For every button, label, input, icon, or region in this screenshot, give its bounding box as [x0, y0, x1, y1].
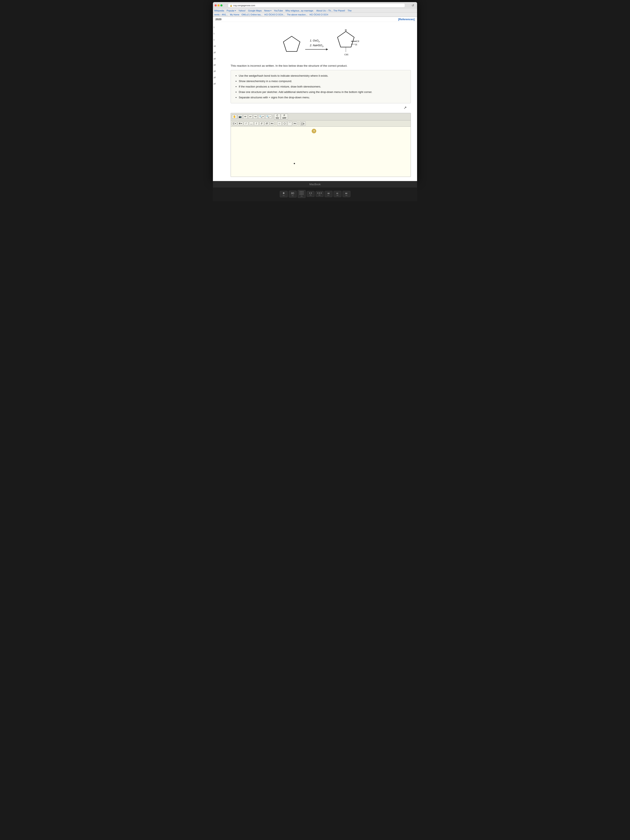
sketcher-area: ✋ 📷 ✏ ↩ ↪ 🔍+ 🔍− Copy Paate C ⊕: [231, 113, 411, 177]
maximize-dot[interactable]: [220, 5, 223, 6]
key-f5[interactable]: ✦✦ F5: [307, 191, 314, 197]
bookmark-hci1[interactable]: HCI ÖCH3 Cl OCH...: [264, 13, 285, 16]
minimize-dot[interactable]: [218, 5, 219, 6]
sketcher-toolbar-row1: ✋ 📷 ✏ ↩ ↪ 🔍+ 🔍− Copy Paate: [231, 113, 411, 120]
instruction-item-3: If the reaction produces a racemic mixtu…: [239, 84, 407, 89]
svg-text:OH: OH: [344, 53, 348, 56]
keyboard-area: ✽ F2 80 F3 ⠿⠿⠿⠿⠿⠿ F4 ✦✦ F5 ✦✦✦ F6 ⏮ F7: [213, 188, 417, 201]
nav-popular[interactable]: Popular: [227, 9, 236, 12]
tool-charge-dropdown[interactable]: ⊕: [238, 122, 243, 125]
nav-google-maps[interactable]: Google Maps: [248, 9, 262, 12]
nav-yahoo[interactable]: Yahoo!: [238, 9, 246, 12]
margin-pt3: pt: [213, 63, 220, 66]
key-f7[interactable]: ⏮ F7: [325, 191, 333, 197]
tool-pencil[interactable]: ✏: [243, 115, 248, 119]
instruction-item-2: Show stereochemistry in a meso compound.: [239, 79, 407, 84]
toolbar-separator3: [298, 122, 299, 126]
instruction-item-4: Draw one structure per sketcher. Add add…: [239, 89, 407, 95]
sketcher-toolbar-row2: C ⊕ / ..... / // /// ▾ ○ ⬡ ⌒ ▾: [231, 120, 411, 127]
margin-t3: t: [213, 38, 220, 41]
bookmark-reaction[interactable]: The above reaction...: [287, 13, 308, 16]
bookmark-an1[interactable]: nents – AN1...: [214, 13, 228, 16]
tool-element-dropdown[interactable]: C: [232, 122, 237, 125]
svg-text:H: H: [355, 43, 357, 46]
tool-redo[interactable]: ↪: [253, 115, 258, 119]
content-wrapper: t t t ot pt pt pt pt pt pt: [213, 22, 417, 181]
tool-bond-double[interactable]: //: [259, 122, 264, 126]
close-dot[interactable]: [215, 5, 217, 6]
nav-religious[interactable]: Why religious...ay marriage.: [286, 9, 314, 12]
help-button[interactable]: ?: [312, 129, 316, 133]
svg-text:OH: OH: [356, 39, 359, 43]
tool-ring-circle[interactable]: ○: [277, 122, 282, 126]
year-label: 2020: [215, 18, 221, 21]
svg-marker-0: [283, 36, 300, 52]
tool-bond-triple[interactable]: ///: [265, 122, 269, 126]
reagent-text: 1. OsO4 2. NaHSO3: [310, 38, 323, 48]
tool-select[interactable]: ✋: [232, 115, 237, 119]
margin-pt4: pt: [213, 70, 220, 72]
main-content: 1. OsO4 2. NaHSO3 H: [220, 22, 417, 181]
tool-ring-dropdown[interactable]: ▾: [293, 122, 297, 125]
bookmark-owlv2[interactable]: OWLv2 | Online tea...: [242, 13, 262, 16]
margin-pt5: pt: [213, 76, 220, 79]
instruction-text: This reaction is incorrect as written. I…: [231, 64, 411, 68]
tool-ring-hex[interactable]: ⬡: [282, 122, 287, 126]
reagent2: 2. NaHSO3: [310, 43, 323, 48]
margin-pt2: pt: [213, 57, 220, 60]
tool-bond-extra-dropdown[interactable]: ▾: [270, 122, 275, 125]
reload-button[interactable]: ↺: [411, 3, 415, 8]
tool-paste[interactable]: Paate: [281, 114, 288, 120]
instruction-list: Use the wedge/hash bond tools to indicat…: [235, 73, 407, 100]
tool-template-bracket[interactable]: [ ]±: [300, 122, 306, 126]
references-link[interactable]: [References]: [398, 18, 415, 21]
tool-bond-dotted[interactable]: .....: [249, 122, 254, 126]
reactant-molecule: [282, 35, 301, 54]
key-f3[interactable]: 80 F3: [289, 191, 297, 197]
reaction-arrow: [305, 48, 328, 51]
nav-wikipedia[interactable]: Wikipedia: [214, 9, 224, 12]
instruction-box: Use the wedge/hash bond tools to indicat…: [231, 70, 411, 103]
nav-the[interactable]: The: [348, 9, 352, 12]
nav-about[interactable]: About Us – Th... The Planet!: [316, 9, 345, 12]
tool-bond-bold[interactable]: /: [254, 122, 259, 126]
page-content: 2020 [References] t t t ot pt pt pt pt p…: [213, 17, 417, 181]
tool-camera[interactable]: 📷: [237, 115, 243, 119]
reaction-diagram: 1. OsO4 2. NaHSO3 H: [231, 29, 411, 60]
reaction-arrow-container: 1. OsO4 2. NaHSO3: [305, 38, 328, 50]
browser-toolbar: 🔒 cvg.cengagenow.com ↺: [213, 2, 417, 9]
key-f2[interactable]: ✽ F2: [280, 191, 288, 197]
tool-bond-single[interactable]: /: [244, 122, 248, 126]
tool-copy[interactable]: Copy: [274, 114, 280, 120]
bookmark-hci2[interactable]: HCI ÖCH3 Cl OCH: [309, 13, 328, 16]
tool-ring-pent[interactable]: ⌒: [287, 121, 292, 126]
macbook-label: MacBook: [213, 181, 417, 188]
browser-dots: [215, 5, 223, 6]
margin-pt1: pt: [213, 51, 220, 54]
margin-pt6: pt: [213, 82, 220, 85]
margin-t2: t: [213, 32, 220, 35]
year-bar: 2020 [References]: [213, 17, 417, 22]
tool-zoom-in[interactable]: 🔍+: [258, 115, 265, 119]
nav-news[interactable]: News: [264, 9, 272, 12]
macbook-bottom: MacBook: [213, 181, 417, 188]
instruction-item-5: Separate structures with + signs from th…: [239, 95, 407, 100]
reagent1: 1. OsO4: [310, 38, 323, 43]
tool-undo[interactable]: ↩: [248, 115, 253, 119]
key-f9[interactable]: ⏭ F9: [343, 191, 351, 197]
nav-bar: Wikipedia Popular Yahoo! Google Maps New…: [213, 9, 417, 13]
sketcher-canvas[interactable]: ?: [231, 127, 411, 177]
margin-ot: ot: [213, 45, 220, 47]
key-f4[interactable]: ⠿⠿⠿⠿⠿⠿ F4: [298, 190, 306, 198]
cursor-dot: [294, 163, 295, 164]
product-molecule: H OH H OH: [332, 29, 359, 60]
tool-zoom-out[interactable]: 🔍−: [265, 115, 272, 119]
nav-youtube[interactable]: YouTube: [274, 9, 283, 12]
key-f6[interactable]: ✦✦✦ F6: [316, 191, 324, 197]
laptop-screen: 🔒 cvg.cengagenow.com ↺ Wikipedia Popular…: [213, 2, 417, 181]
bookmark-myhome[interactable]: My Home: [230, 13, 239, 16]
address-bar[interactable]: 🔒 cvg.cengagenow.com: [228, 3, 405, 8]
lock-icon: 🔒: [230, 5, 232, 7]
bookmarks-bar: nents – AN1... My Home OWLv2 | Online te…: [213, 13, 417, 17]
key-f8[interactable]: ⏯ F8: [333, 191, 341, 197]
